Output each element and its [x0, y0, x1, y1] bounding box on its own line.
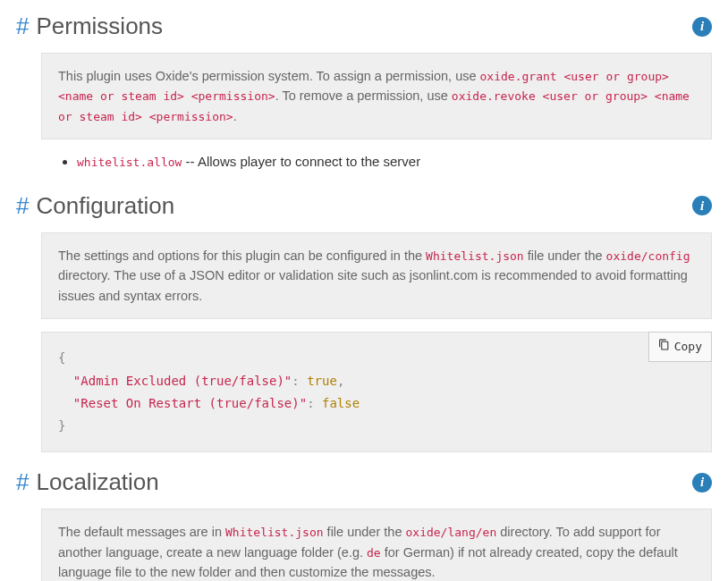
config-file-code: Whitelist.json — [426, 249, 524, 263]
json-value: false — [322, 396, 360, 410]
info-text: file under the — [324, 525, 406, 539]
json-key: "Admin Excluded (true/false)" — [73, 374, 292, 388]
permissions-section: # Permissions i This plugin uses Oxide's… — [16, 9, 712, 173]
permission-code: whitelist.allow — [77, 156, 182, 169]
permissions-title: Permissions — [36, 9, 692, 44]
permissions-list: whitelist.allow -- Allows player to conn… — [77, 152, 712, 173]
info-icon[interactable]: i — [692, 473, 712, 493]
localization-title: Localization — [36, 465, 692, 500]
hash-icon: # — [16, 189, 29, 223]
permissions-info: This plugin uses Oxide's permission syst… — [41, 53, 712, 139]
info-text: . To remove a permission, use — [275, 88, 452, 103]
info-text: . — [233, 109, 237, 123]
hash-icon: # — [16, 9, 29, 44]
list-item: whitelist.allow -- Allows player to conn… — [77, 152, 712, 173]
localization-header: # Localization i — [16, 465, 712, 500]
config-dir-code: oxide/config — [606, 249, 690, 263]
configuration-header: # Configuration i — [16, 189, 712, 223]
json-key: "Reset On Restart (true/false)" — [73, 396, 307, 410]
info-icon[interactable]: i — [692, 17, 712, 37]
localization-info: The default messages are in Whitelist.js… — [41, 509, 712, 581]
lang-code: de — [367, 546, 381, 560]
info-icon[interactable]: i — [692, 196, 712, 215]
json-value: true — [307, 374, 337, 388]
lang-dir-code: oxide/lang/en — [405, 526, 496, 539]
info-text: The settings and options for this plugin… — [58, 248, 426, 263]
hash-icon: # — [16, 465, 29, 500]
info-text: This plugin uses Oxide's permission syst… — [58, 69, 480, 83]
info-text: directory. The use of a JSON editor or v… — [58, 268, 688, 302]
info-text: file under the — [524, 248, 606, 263]
lang-file-code: Whitelist.json — [225, 526, 324, 539]
copy-icon — [658, 336, 670, 357]
configuration-section: # Configuration i The settings and optio… — [16, 189, 712, 452]
copy-button[interactable]: Copy — [648, 332, 712, 361]
permission-desc: -- Allows player to connect to the serve… — [182, 154, 420, 169]
configuration-code: Copy{ "Admin Excluded (true/false)": tru… — [41, 332, 712, 452]
configuration-info: The settings and options for this plugin… — [41, 232, 712, 319]
copy-label: Copy — [674, 336, 702, 357]
permissions-header: # Permissions i — [16, 9, 712, 44]
localization-section: # Localization i The default messages ar… — [16, 465, 712, 581]
info-text: The default messages are in — [58, 525, 225, 539]
configuration-title: Configuration — [36, 189, 692, 223]
